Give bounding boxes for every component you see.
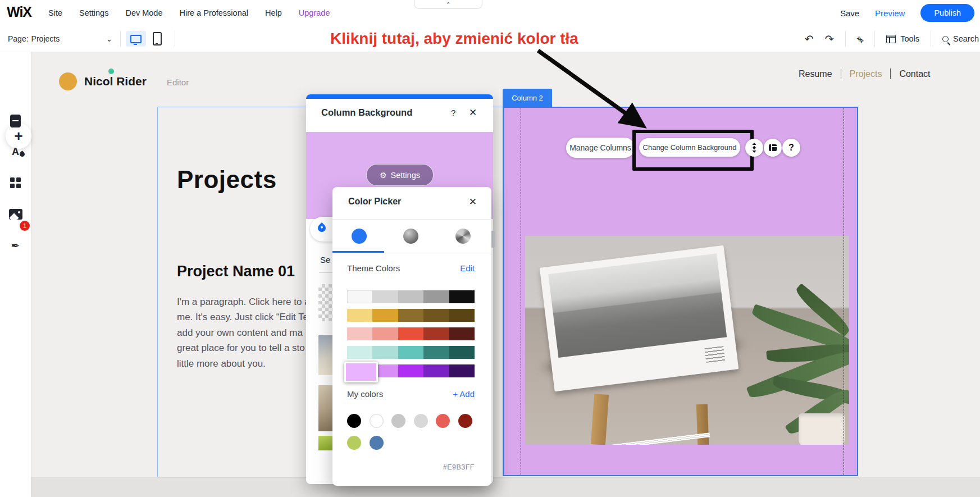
theme-color-swatch[interactable]: [372, 290, 398, 303]
selected-color-swatch[interactable]: [344, 362, 378, 382]
desktop-view-button[interactable]: [126, 31, 146, 47]
table-leg: [696, 404, 709, 445]
menu-upgrade[interactable]: Upgrade: [299, 8, 330, 17]
page-icon: [10, 115, 21, 127]
tab-gradient[interactable]: [403, 229, 418, 244]
menu-dev-mode[interactable]: Dev Mode: [125, 8, 162, 17]
my-color-swatch[interactable]: [436, 414, 450, 428]
panel-partial-label: Se: [320, 255, 330, 265]
theme-color-swatch[interactable]: [423, 327, 449, 340]
background-settings-button[interactable]: ⚙ Settings: [366, 164, 434, 186]
tools-button[interactable]: Tools: [900, 34, 919, 43]
theme-color-swatch[interactable]: [372, 346, 398, 359]
panel-divider: [319, 272, 334, 273]
my-color-swatch[interactable]: [370, 436, 384, 450]
project-title[interactable]: Project Name 01: [177, 263, 295, 280]
device-switch: [126, 26, 162, 52]
theme-color-swatch[interactable]: [398, 327, 423, 340]
my-color-swatch[interactable]: [347, 436, 361, 450]
stretch-icon: [751, 143, 758, 153]
pages-menu-button[interactable]: [0, 115, 31, 127]
theme-color-swatch[interactable]: [398, 309, 423, 322]
transparent-swatch-thumbnail[interactable]: [318, 284, 333, 321]
theme-color-swatch[interactable]: [449, 364, 475, 377]
site-name[interactable]: Nicol Rider: [84, 75, 147, 88]
search-icon: [942, 36, 949, 42]
toolbar-divider: [120, 31, 121, 47]
tab-texture-gradient[interactable]: [455, 229, 471, 244]
pen-icon: ✒: [11, 239, 20, 252]
mobile-view-button[interactable]: [153, 32, 162, 45]
theme-color-swatch[interactable]: [372, 327, 398, 340]
preview-button[interactable]: Preview: [875, 8, 905, 18]
my-color-swatch[interactable]: [391, 414, 405, 428]
toolbar-right: ↶ ↷ »« Tools Search: [805, 26, 980, 52]
theme-color-swatch[interactable]: [423, 364, 449, 377]
online-status-dot: [108, 69, 114, 74]
menu-hire-a-professional[interactable]: Hire a Professional: [180, 8, 249, 17]
tutorial-annotation: Kliknij tutaj, aby zmienić kolor tła: [330, 30, 578, 48]
tab-solid-color[interactable]: [352, 229, 367, 244]
menu-help[interactable]: Help: [265, 8, 282, 17]
add-color-link[interactable]: + Add: [453, 389, 475, 399]
wix-logo[interactable]: WiX: [7, 4, 31, 20]
theme-color-swatch[interactable]: [423, 309, 449, 322]
page-selector[interactable]: Page: Projects ⌄: [8, 26, 112, 52]
menu-site[interactable]: Site: [48, 8, 62, 17]
theme-color-swatch[interactable]: [398, 364, 423, 377]
content-manager-button[interactable]: ✒: [0, 239, 31, 252]
panel-close-button[interactable]: ✕: [469, 107, 477, 118]
page-heading[interactable]: Projects: [177, 166, 277, 194]
column-margin-guide-right: [844, 108, 844, 475]
menu-settings[interactable]: Settings: [79, 8, 108, 17]
theme-color-swatch[interactable]: [347, 346, 372, 359]
theme-color-swatch[interactable]: [449, 290, 475, 303]
theme-color-swatch[interactable]: [449, 327, 475, 340]
photo-book: [540, 245, 739, 392]
redo-button[interactable]: ↷: [825, 34, 834, 44]
theme-color-swatch[interactable]: [372, 309, 398, 322]
theme-color-swatch[interactable]: [449, 309, 475, 322]
theme-color-row: [347, 290, 475, 303]
save-button[interactable]: Save: [840, 8, 859, 18]
my-color-swatch[interactable]: [347, 414, 361, 428]
site-role[interactable]: Editor: [167, 77, 189, 87]
app-market-button[interactable]: [0, 177, 31, 188]
theme-color-swatch[interactable]: [423, 346, 449, 359]
media-button[interactable]: [0, 209, 31, 220]
dock-icon: [769, 144, 777, 151]
theme-color-swatch[interactable]: [347, 290, 372, 303]
site-logo-avatar[interactable]: [59, 72, 77, 90]
media-thumbnail[interactable]: [318, 385, 333, 431]
nav-item-projects[interactable]: Projects: [850, 69, 882, 79]
collapse-bar-button[interactable]: ⌃: [414, 0, 482, 9]
theme-color-swatch[interactable]: [398, 290, 423, 303]
column-help-button[interactable]: ?: [782, 139, 800, 157]
theme-color-swatch[interactable]: [398, 346, 423, 359]
search-button[interactable]: Search: [953, 34, 979, 43]
color-picker-close-button[interactable]: ✕: [469, 196, 477, 208]
project-photo[interactable]: [525, 236, 849, 445]
my-color-swatch[interactable]: [414, 414, 428, 428]
publish-button[interactable]: Publish: [920, 4, 974, 22]
media-thumbnail[interactable]: [318, 436, 333, 450]
theme-color-swatch[interactable]: [347, 309, 372, 322]
table-leg: [591, 394, 609, 445]
my-color-swatch[interactable]: [458, 414, 472, 428]
active-tab-indicator: [332, 251, 384, 253]
theme-color-swatch[interactable]: [449, 346, 475, 359]
media-thumbnail[interactable]: [318, 335, 333, 375]
theme-color-swatch[interactable]: [423, 290, 449, 303]
nav-item-resume[interactable]: Resume: [799, 69, 832, 79]
stretch-column-button[interactable]: [745, 139, 763, 157]
hex-value[interactable]: #E9B3FF: [443, 463, 475, 471]
my-color-swatch[interactable]: [370, 414, 384, 428]
dock-button[interactable]: [764, 139, 782, 157]
panel-help-button[interactable]: ?: [451, 108, 455, 117]
nav-item-contact[interactable]: Contact: [899, 69, 930, 79]
site-design-button[interactable]: A: [0, 146, 31, 158]
theme-color-swatch[interactable]: [347, 327, 372, 340]
undo-button[interactable]: ↶: [805, 34, 814, 44]
edit-theme-colors-link[interactable]: Edit: [460, 263, 475, 273]
zoom-out-mode-button[interactable]: »«: [855, 33, 866, 44]
